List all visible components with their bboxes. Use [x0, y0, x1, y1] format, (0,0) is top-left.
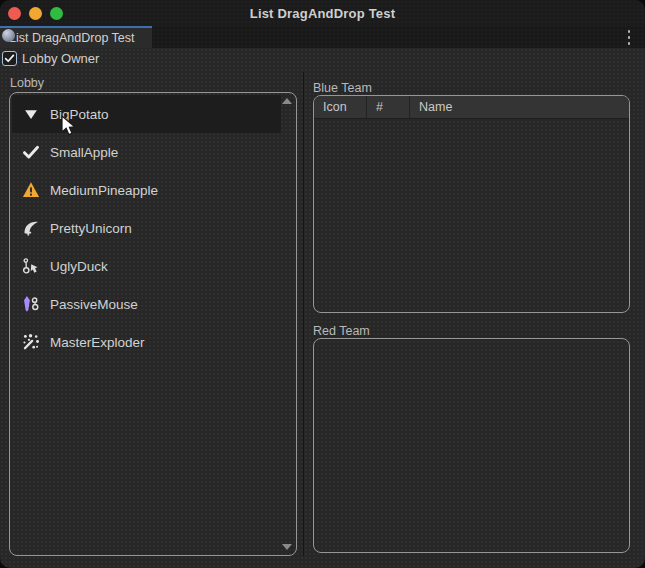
scroll-down-arrow[interactable] — [282, 544, 292, 550]
lobby-list-rows: BigPotato SmallApple MediumPineapple Pre… — [12, 95, 294, 361]
list-item-BigPotato[interactable]: BigPotato — [12, 95, 281, 133]
list-item-PrettyUnicorn[interactable]: PrettyUnicorn — [12, 209, 281, 247]
list-item-MasterExploder[interactable]: MasterExploder — [12, 323, 281, 361]
panel-divider — [303, 72, 304, 556]
window: List DragAndDrop Test List DragAndDrop T… — [0, 0, 645, 568]
check-icon — [22, 143, 40, 161]
list-item-SmallApple[interactable]: SmallApple — [12, 133, 281, 171]
minimize-button[interactable] — [29, 7, 42, 20]
lobby-owner-checkbox[interactable] — [2, 51, 17, 66]
column-header-icon[interactable]: Icon — [314, 96, 367, 118]
warning-icon — [22, 181, 40, 199]
list-item-PassiveMouse[interactable]: PassiveMouse — [12, 285, 281, 323]
list-item-UglyDuck[interactable]: UglyDuck — [12, 247, 281, 285]
rig-pointer-icon — [22, 257, 40, 275]
mouse-cursor — [60, 115, 77, 138]
blue-team-header: Icon#Name — [314, 96, 629, 119]
window-title: List DragAndDrop Test — [0, 6, 645, 21]
scroll-up-arrow[interactable] — [282, 98, 292, 104]
traffic-lights — [8, 0, 63, 26]
blue-team-label: Blue Team — [313, 81, 372, 95]
curve-add-icon — [22, 219, 40, 237]
kebab-menu-icon[interactable] — [624, 30, 634, 45]
bone-joints-icon — [22, 295, 40, 313]
blue-team-table[interactable]: Icon#Name — [313, 95, 630, 313]
dropdown-icon — [22, 105, 40, 123]
lobby-owner-label: Lobby Owner — [22, 51, 99, 66]
list-item-label: BigPotato — [50, 107, 109, 122]
maximize-button[interactable] — [50, 7, 63, 20]
lobby-label: Lobby — [10, 76, 44, 90]
particle-burst-icon — [22, 333, 40, 351]
column-header-num[interactable]: # — [367, 96, 410, 118]
tab-sphere-icon — [2, 29, 15, 42]
tab-list-draganddrop-test[interactable]: List DragAndDrop Test — [0, 26, 152, 48]
lobby-owner-row: Lobby Owner — [2, 51, 99, 66]
red-team-label: Red Team — [313, 324, 370, 338]
tab-bar: List DragAndDrop Test — [0, 26, 645, 48]
list-item-label: PassiveMouse — [50, 297, 138, 312]
list-item-label: UglyDuck — [50, 259, 108, 274]
lobby-list[interactable]: BigPotato SmallApple MediumPineapple Pre… — [9, 92, 297, 556]
list-item-label: SmallApple — [50, 145, 118, 160]
content: Lobby Owner Lobby BigPotato SmallApple M… — [0, 48, 645, 568]
column-header-name[interactable]: Name — [410, 96, 629, 118]
list-item-label: MediumPineapple — [50, 183, 158, 198]
close-button[interactable] — [8, 7, 21, 20]
tab-label: List DragAndDrop Test — [9, 31, 135, 45]
titlebar: List DragAndDrop Test — [0, 0, 645, 26]
list-item-label: MasterExploder — [50, 335, 145, 350]
list-item-label: PrettyUnicorn — [50, 221, 132, 236]
red-team-box[interactable] — [313, 338, 630, 553]
list-item-MediumPineapple[interactable]: MediumPineapple — [12, 171, 281, 209]
